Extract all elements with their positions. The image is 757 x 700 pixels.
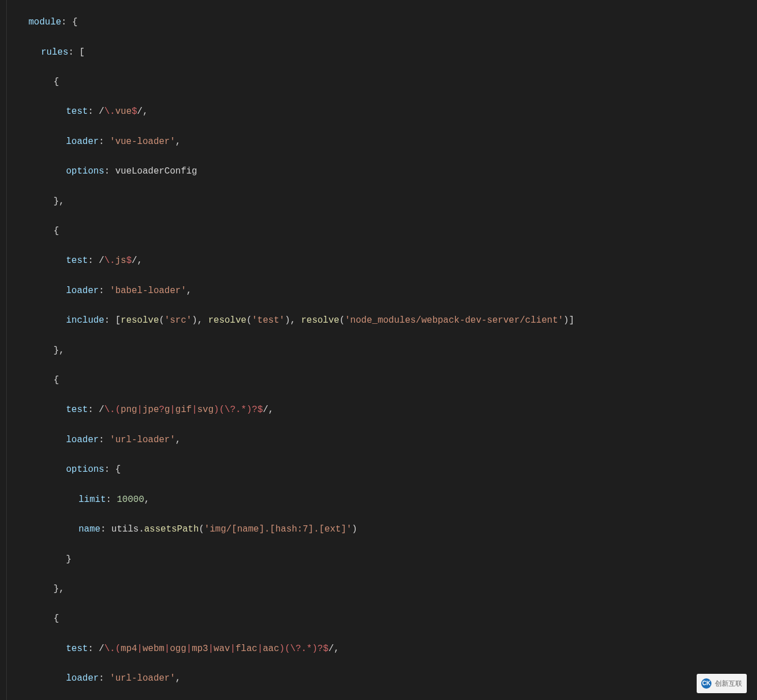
gutter xyxy=(0,0,7,700)
watermark-logo-icon: CK xyxy=(701,678,711,689)
code-line: }, xyxy=(16,194,574,209)
code-line: name: utils.assetsPath('img/[name].[hash… xyxy=(16,522,574,537)
code-line: } xyxy=(16,552,574,567)
code-line: loader: 'url-loader', xyxy=(16,433,574,447)
code-line: }, xyxy=(16,582,574,596)
code-line: { xyxy=(16,373,574,388)
code-line: options: { xyxy=(16,462,574,477)
code-line: test: /\.vue$/, xyxy=(16,104,574,119)
code-line: loader: 'babel-loader', xyxy=(16,283,574,298)
code-line: module: { xyxy=(16,15,574,30)
code-line: { xyxy=(16,611,574,626)
watermark: CK 创新互联 xyxy=(697,674,747,693)
code-line: test: /\.(mp4|webm|ogg|mp3|wav|flac|aac)… xyxy=(16,641,574,656)
code-line: loader: 'url-loader', xyxy=(16,671,574,686)
watermark-text: 创新互联 xyxy=(715,676,742,691)
code-line: { xyxy=(16,224,574,238)
code-area[interactable]: module: { rules: [ { test: /\.vue$/, loa… xyxy=(7,0,574,700)
code-line: limit: 10000, xyxy=(16,492,574,507)
code-line: options: vueLoaderConfig xyxy=(16,164,574,179)
code-line: }, xyxy=(16,343,574,358)
code-line: test: /\.js$/, xyxy=(16,253,574,268)
code-line: test: /\.(png|jpe?g|gif|svg)(\?.*)?$/, xyxy=(16,402,574,417)
code-line: include: [resolve('src'), resolve('test'… xyxy=(16,313,574,328)
code-line: { xyxy=(16,75,574,89)
code-editor[interactable]: module: { rules: [ { test: /\.vue$/, loa… xyxy=(0,0,757,700)
code-line: rules: [ xyxy=(16,45,574,60)
code-line: loader: 'vue-loader', xyxy=(16,134,574,149)
